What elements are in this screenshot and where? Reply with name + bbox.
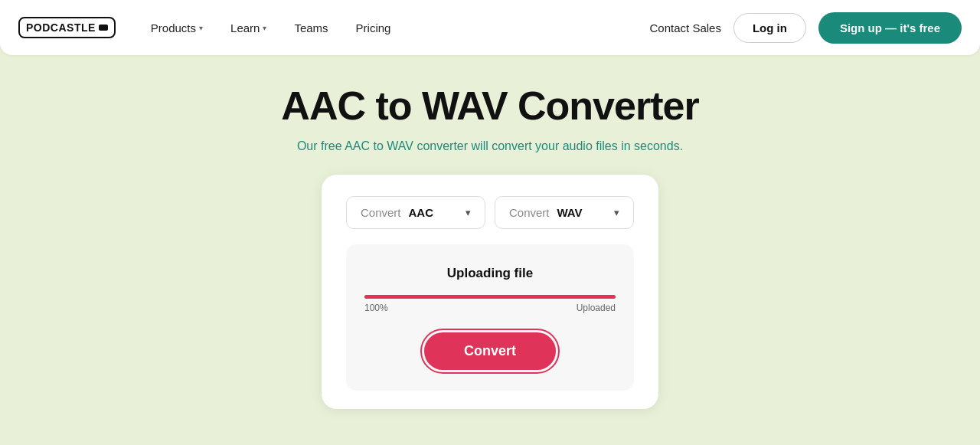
to-chevron-icon: ▾ xyxy=(614,207,619,218)
progress-status: Uploaded xyxy=(577,303,616,313)
main-content: AAC to WAV Converter Our free AAC to WAV… xyxy=(0,55,980,409)
to-label: Convert xyxy=(509,206,550,219)
pricing-label: Pricing xyxy=(356,21,391,34)
progress-track xyxy=(364,295,616,299)
convert-button[interactable]: Convert xyxy=(424,332,556,370)
from-format: AAC xyxy=(409,206,434,219)
from-format-dropdown[interactable]: Convert AAC ▾ xyxy=(346,196,485,229)
to-format: WAV xyxy=(557,206,583,219)
progress-percent: 100% xyxy=(364,303,388,313)
from-label: Convert xyxy=(361,206,401,219)
page-subtitle: Our free AAC to WAV converter will conve… xyxy=(297,139,683,153)
logo[interactable]: PODCASTLE xyxy=(18,17,116,38)
from-chevron-icon: ▾ xyxy=(466,207,471,218)
nav-teams[interactable]: Teams xyxy=(283,15,338,41)
upload-title: Uploading file xyxy=(447,266,533,281)
subtitle-highlight: convert your audio files xyxy=(492,139,618,152)
teams-label: Teams xyxy=(294,21,328,34)
subtitle-static: Our free AAC to WAV converter will xyxy=(297,139,492,152)
products-chevron-icon: ▾ xyxy=(199,24,203,32)
dropdowns-row: Convert AAC ▾ Convert WAV ▾ xyxy=(346,196,634,229)
logo-bubble-icon xyxy=(99,25,108,31)
subtitle-end: in seconds. xyxy=(618,139,683,152)
login-button[interactable]: Log in xyxy=(733,13,806,43)
contact-sales-link[interactable]: Contact Sales xyxy=(650,21,721,34)
nav-learn[interactable]: Learn ▾ xyxy=(220,15,277,41)
nav-pricing[interactable]: Pricing xyxy=(345,15,402,41)
signup-button[interactable]: Sign up — it's free xyxy=(818,12,962,44)
nav-links: Products ▾ Learn ▾ Teams Pricing xyxy=(140,15,650,41)
learn-chevron-icon: ▾ xyxy=(263,24,266,32)
nav-products[interactable]: Products ▾ xyxy=(140,15,214,41)
products-label: Products xyxy=(151,21,196,34)
progress-labels: 100% Uploaded xyxy=(364,303,616,313)
progress-container: 100% Uploaded xyxy=(364,295,616,313)
to-format-dropdown[interactable]: Convert WAV ▾ xyxy=(495,196,634,229)
converter-card: Convert AAC ▾ Convert WAV ▾ Uploading fi… xyxy=(322,175,658,409)
logo-text: PODCASTLE xyxy=(26,21,96,34)
convert-btn-wrapper: Convert xyxy=(420,329,560,374)
learn-label: Learn xyxy=(230,21,260,34)
upload-area: Uploading file 100% Uploaded Convert xyxy=(346,244,634,391)
page-title: AAC to WAV Converter xyxy=(281,83,698,129)
navbar: PODCASTLE Products ▾ Learn ▾ Teams Prici… xyxy=(0,0,980,55)
nav-right: Contact Sales Log in Sign up — it's free xyxy=(650,12,962,44)
progress-fill xyxy=(364,295,616,299)
